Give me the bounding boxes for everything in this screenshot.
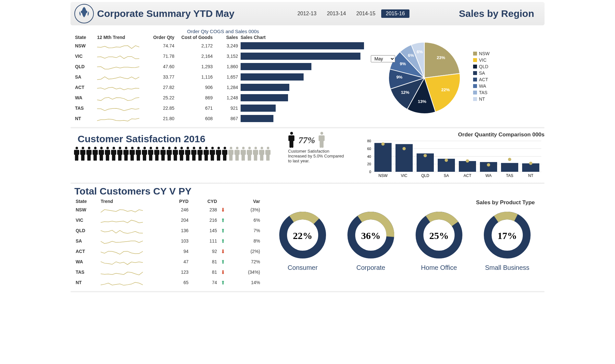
sparkline xyxy=(101,248,143,255)
donut-label: Corporate xyxy=(345,264,397,271)
svg-point-59 xyxy=(424,154,427,157)
person-icon xyxy=(129,146,135,161)
table-row: NT6574⬆14% xyxy=(74,277,262,288)
table-row: WA25.228691,248 xyxy=(74,93,372,103)
svg-point-32 xyxy=(224,147,226,149)
customers-title: Total Customers CY V PY xyxy=(74,186,541,197)
person-icon xyxy=(191,146,197,161)
svg-point-37 xyxy=(255,147,257,149)
year-tab-2012-13[interactable]: 2012-13 xyxy=(293,9,321,18)
legend-item: VIC xyxy=(473,57,490,63)
sparkline xyxy=(97,73,139,81)
person-icon xyxy=(74,146,80,161)
svg-text:6%: 6% xyxy=(417,49,423,54)
svg-point-36 xyxy=(248,147,251,149)
sales-bar xyxy=(241,63,311,70)
person-icon xyxy=(197,146,203,161)
person-icon xyxy=(98,146,105,161)
table1-subtitle: Order Qty COGS and Sales 000s xyxy=(74,29,372,34)
arrow-down-icon: ⬇ xyxy=(221,207,225,213)
svg-text:ACT: ACT xyxy=(464,173,472,178)
svg-point-30 xyxy=(211,147,214,149)
svg-point-20 xyxy=(150,147,152,149)
svg-text:VIC: VIC xyxy=(401,173,407,178)
svg-point-25 xyxy=(181,147,183,149)
table-row: ACT27.829061,284 xyxy=(74,82,372,93)
region-pie-chart: 23%22%13%12%9%9%6%6% xyxy=(379,36,470,117)
arrow-up-icon: ⬆ xyxy=(221,259,225,265)
sparkline xyxy=(101,206,143,213)
sparkline xyxy=(101,237,143,245)
customers-table: StateTrendPYDCYDVar NSW246238⬇(3%)VIC204… xyxy=(74,198,262,288)
legend-item: NSW xyxy=(473,51,490,56)
globe-icon xyxy=(74,4,94,23)
svg-text:0: 0 xyxy=(369,170,371,174)
order-qty-chart: 020406080NSWVICQLDSAACTWATASNT xyxy=(363,139,545,178)
table-row: QLD47.601,2931,860 xyxy=(74,61,372,72)
svg-text:17%: 17% xyxy=(497,230,517,241)
svg-point-33 xyxy=(230,147,232,149)
page-title: Corporate Summary YTD May xyxy=(97,8,234,19)
svg-point-31 xyxy=(218,147,220,149)
table-row: SA33.771,1161,657 xyxy=(74,72,372,82)
svg-text:9%: 9% xyxy=(396,75,403,80)
svg-text:25%: 25% xyxy=(429,230,449,241)
sparkline xyxy=(101,279,143,286)
sparkline xyxy=(97,94,139,101)
svg-point-38 xyxy=(261,147,263,149)
donut-consumer: 22%Consumer xyxy=(277,209,329,271)
legend-item: WA xyxy=(473,83,490,89)
year-tab-2013-14[interactable]: 2013-14 xyxy=(322,9,351,18)
svg-point-9 xyxy=(82,147,84,149)
person-icon xyxy=(105,146,111,161)
svg-text:12%: 12% xyxy=(401,90,409,95)
svg-point-40 xyxy=(290,132,293,135)
sales-bar xyxy=(241,53,360,60)
person-icon xyxy=(154,146,160,161)
svg-point-17 xyxy=(131,147,134,149)
svg-rect-70 xyxy=(501,163,518,172)
svg-text:TAS: TAS xyxy=(506,173,513,178)
person-icon xyxy=(123,146,129,161)
table-row: ACT9492⬇(2%) xyxy=(74,246,262,257)
sparkline xyxy=(101,269,143,276)
sales-bar xyxy=(241,42,364,49)
person-icon xyxy=(216,146,222,161)
svg-text:23%: 23% xyxy=(437,55,445,60)
svg-point-39 xyxy=(267,147,270,149)
sales-bar xyxy=(241,84,289,91)
arrow-up-icon: ⬆ xyxy=(221,238,225,244)
svg-point-27 xyxy=(193,147,195,149)
svg-text:80: 80 xyxy=(367,139,371,143)
svg-point-68 xyxy=(487,163,490,167)
person-icon xyxy=(92,146,98,161)
year-tab-2014-15[interactable]: 2014-15 xyxy=(352,9,380,18)
satisfaction-note: Customer Satisfaction Increased by 5.0% … xyxy=(288,149,346,163)
month-select-wrap: May xyxy=(371,55,395,62)
legend-item: NT xyxy=(473,96,490,102)
sparkline xyxy=(97,63,139,70)
svg-text:SA: SA xyxy=(444,173,449,178)
svg-text:6%: 6% xyxy=(408,53,414,57)
person-icon xyxy=(111,146,117,161)
person-icon xyxy=(166,146,172,161)
svg-point-19 xyxy=(144,147,146,149)
svg-point-29 xyxy=(205,147,208,149)
year-tab-2015-16[interactable]: 2015-16 xyxy=(381,9,409,18)
svg-point-8 xyxy=(76,147,78,149)
svg-point-18 xyxy=(137,147,140,149)
legend-item: SA xyxy=(473,70,490,76)
month-select[interactable]: May xyxy=(371,55,395,62)
svg-text:40: 40 xyxy=(367,155,371,158)
svg-point-71 xyxy=(508,158,511,161)
svg-point-10 xyxy=(88,147,91,149)
person-icon xyxy=(135,146,142,161)
person-icon xyxy=(86,146,92,161)
sales-bar xyxy=(241,105,276,112)
person-icon xyxy=(222,146,228,161)
svg-point-65 xyxy=(466,159,469,163)
satisfaction-people xyxy=(74,146,282,161)
person-icon xyxy=(318,132,325,149)
svg-point-12 xyxy=(100,147,103,149)
svg-point-28 xyxy=(199,147,202,149)
